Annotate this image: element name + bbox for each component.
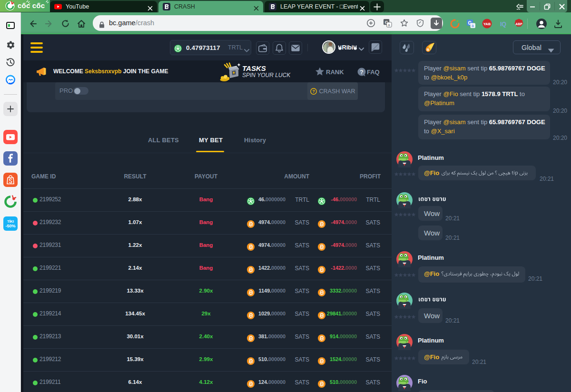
svg-text:-50%: -50%	[5, 224, 15, 228]
svg-text:?: ?	[360, 69, 363, 76]
svg-text:TÍKI: TÍKI	[7, 219, 14, 224]
svg-text:B: B	[427, 48, 430, 52]
svg-text:ABP: ABP	[515, 22, 522, 26]
svg-text:a: a	[388, 23, 390, 27]
svg-text:?: ?	[312, 89, 315, 94]
svg-text:YAB: YAB	[483, 22, 491, 26]
svg-text:IQ: IQ	[500, 21, 506, 28]
svg-text:a: a	[472, 23, 474, 28]
